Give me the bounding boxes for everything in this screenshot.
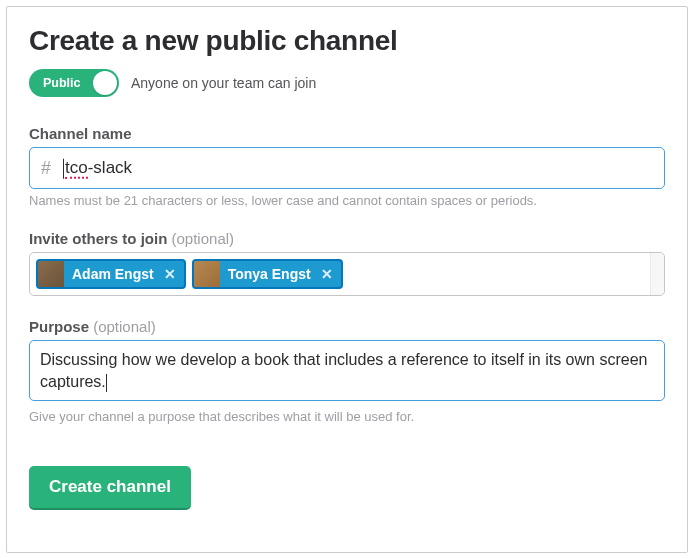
purpose-textarea[interactable] — [29, 340, 665, 401]
chip-name: Adam Engst — [72, 266, 154, 282]
purpose-label-text: Purpose — [29, 318, 93, 335]
privacy-toggle-row: Public Anyone on your team can join — [29, 69, 665, 97]
channel-name-help: Names must be 21 characters or less, low… — [29, 193, 665, 208]
channel-name-input-wrap: # tco-slack — [29, 147, 665, 189]
invite-label-text: Invite others to join — [29, 230, 172, 247]
toggle-knob-icon — [93, 71, 117, 95]
privacy-toggle[interactable]: Public — [29, 69, 119, 97]
invite-optional: (optional) — [172, 230, 235, 247]
avatar — [194, 261, 220, 287]
purpose-help: Give your channel a purpose that describ… — [29, 409, 665, 424]
invite-input[interactable]: Adam Engst ✕ Tonya Engst ✕ — [29, 252, 665, 296]
chip-name: Tonya Engst — [228, 266, 311, 282]
hash-icon: # — [41, 158, 51, 179]
privacy-toggle-label: Public — [43, 76, 81, 90]
scrollbar-gutter — [650, 253, 664, 295]
purpose-optional: (optional) — [93, 318, 156, 335]
invite-label: Invite others to join (optional) — [29, 230, 665, 247]
purpose-textarea-wrap: Discussing how we develop a book that in… — [29, 340, 665, 405]
create-channel-modal: Create a new public channel Public Anyon… — [6, 6, 688, 553]
channel-name-label: Channel name — [29, 125, 665, 142]
remove-chip-icon[interactable]: ✕ — [319, 266, 335, 282]
remove-chip-icon[interactable]: ✕ — [162, 266, 178, 282]
purpose-label: Purpose (optional) — [29, 318, 665, 335]
channel-name-input[interactable] — [29, 147, 665, 189]
invite-chip[interactable]: Tonya Engst ✕ — [192, 259, 343, 289]
modal-title: Create a new public channel — [29, 25, 665, 57]
create-channel-button[interactable]: Create channel — [29, 466, 191, 510]
invite-chip[interactable]: Adam Engst ✕ — [36, 259, 186, 289]
avatar — [38, 261, 64, 287]
privacy-toggle-description: Anyone on your team can join — [131, 75, 316, 91]
